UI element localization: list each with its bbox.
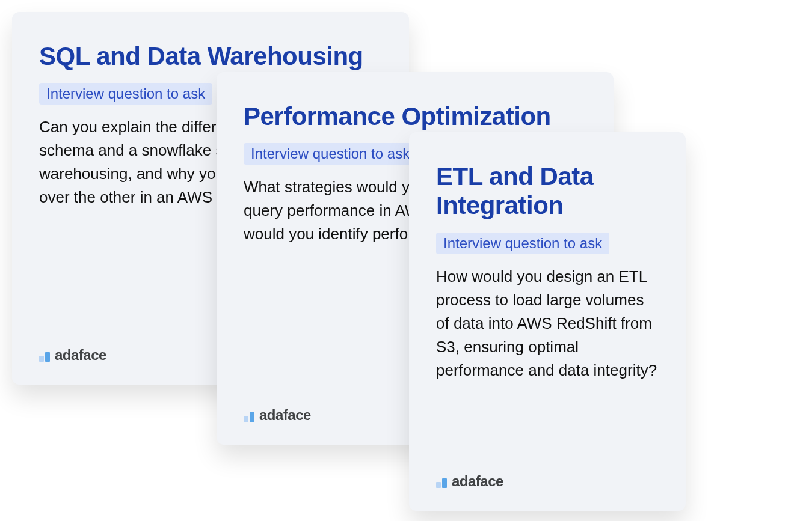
badge-label: Interview question to ask	[436, 233, 609, 254]
card-title: SQL and Data Warehousing	[39, 42, 382, 71]
brand-text: adaface	[55, 347, 106, 364]
brand-bars-icon	[244, 409, 254, 422]
badge-label: Interview question to ask	[244, 143, 417, 165]
brand-bars-icon	[39, 349, 50, 362]
card-title: Performance Optimization	[244, 102, 586, 131]
brand-logo: adaface	[436, 473, 503, 490]
brand-logo: adaface	[39, 347, 106, 364]
badge-label: Interview question to ask	[39, 83, 212, 105]
card-body-text: How would you design an ETL process to l…	[436, 265, 659, 382]
brand-text: adaface	[259, 407, 311, 424]
brand-logo: adaface	[244, 407, 311, 424]
brand-bars-icon	[436, 475, 447, 488]
card-title: ETL and Data Integration	[436, 162, 659, 221]
interview-card-etl: ETL and Data Integration Interview quest…	[409, 132, 686, 511]
brand-text: adaface	[452, 473, 503, 490]
